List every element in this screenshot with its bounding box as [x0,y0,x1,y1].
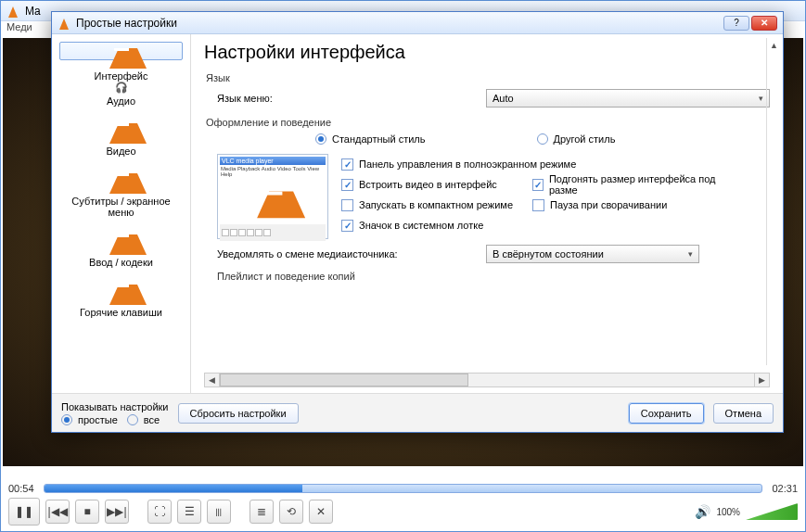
category-label: Горячие клавиши [80,307,162,318]
settings-panel: Настройки интерфейса Язык Язык меню: Aut… [191,34,783,393]
reset-button[interactable]: Сбросить настройки [178,403,299,424]
prev-button[interactable]: |◀◀ [45,500,70,524]
scroll-up-icon[interactable]: ▲ [767,38,781,53]
save-button[interactable]: Сохранить [629,403,704,424]
category-label: Ввод / кодеки [89,257,153,268]
volume-percent: 100% [716,507,740,517]
category-hotkeys[interactable]: Горячие клавиши [59,273,183,322]
category-list: Интерфейс 🎧 Аудио Видео Субтитры / экран… [52,34,191,393]
speaker-icon[interactable]: 🔊 [695,504,710,519]
loop-button[interactable]: ⟲ [279,500,303,524]
chk-embed-video[interactable]: Встроить видео в интерфейс [341,174,527,195]
dialog-titlebar: Простые настройки ? ✕ [52,12,783,34]
style-preview: VLC media player Media Playback Audio Vi… [217,154,328,239]
chk-compact-mode[interactable]: Запускать в компактном режиме [341,195,527,215]
vertical-scrollbar[interactable]: ▲ [766,38,781,365]
chk-fullscreen-controller[interactable]: Панель управления в полноэкранном режиме [341,154,727,174]
radio-simple[interactable]: простые [61,414,118,425]
seek-slider[interactable] [44,484,763,493]
lang-label: Язык меню: [217,93,477,104]
category-label: Видео [106,146,135,157]
category-video[interactable]: Видео [59,112,183,160]
time-total: 02:31 [772,483,798,494]
show-settings-label: Показывать настройки [61,401,169,412]
category-label: Субтитры / экранное меню [62,196,180,218]
notify-select[interactable]: В свёрнутом состоянии [486,245,699,263]
main-title-text: Ma [25,5,41,18]
section-look: Оформление и поведение [206,117,770,128]
scroll-thumb[interactable] [220,374,468,386]
player-controls: ❚❚ |◀◀ ■ ▶▶| ⛶ ☰ ⫼ ≣ ⟲ ✕ 🔊 100% [8,498,798,526]
category-interface[interactable]: Интерфейс [59,42,183,60]
category-label: Аудио [107,95,135,107]
next-button[interactable]: ▶▶| [105,500,129,524]
dialog-footer: Показывать настройки простые все Сбросит… [52,393,783,432]
lang-select[interactable]: Auto [486,89,770,108]
time-current: 00:54 [8,483,34,494]
volume-slider[interactable] [746,503,798,520]
preferences-dialog: Простые настройки ? ✕ Интерфейс 🎧 Аудио … [51,11,784,433]
dialog-title: Простые настройки [76,17,177,30]
help-button[interactable]: ? [723,16,749,31]
headphones-icon: 🎧 [108,66,135,94]
radio-other-style[interactable]: Другой стиль [537,133,616,145]
cone-icon [109,279,134,305]
notify-label: Уведомлять о смене медиаисточника: [217,248,477,260]
radio-standard-style[interactable]: Стандартный стиль [315,133,426,145]
cone-icon [109,168,134,194]
cone-icon [109,43,134,69]
chk-resize-interface[interactable]: Подгонять размер интерфейса под разме [532,174,727,195]
category-subtitles[interactable]: Субтитры / экранное меню [59,162,183,222]
section-playlist: Плейлист и поведение копий [217,271,770,282]
radio-all[interactable]: все [127,414,160,425]
equalizer-button[interactable]: ⫼ [207,500,231,524]
stop-button[interactable]: ■ [75,500,99,524]
fullscreen-button[interactable]: ⛶ [147,500,172,524]
category-input[interactable]: Ввод / кодеки [59,223,183,272]
horizontal-scrollbar[interactable]: ◀ ▶ [204,373,770,387]
close-button[interactable]: ✕ [751,16,777,31]
section-language: Язык [206,72,770,83]
playlist-button[interactable]: ≣ [249,500,274,524]
settings-heading: Настройки интерфейса [204,42,770,63]
chk-pause-minimize[interactable]: Пауза при сворачивании [532,195,727,215]
scroll-left-icon[interactable]: ◀ [205,374,220,386]
vlc-logo-icon [58,17,70,30]
scroll-right-icon[interactable]: ▶ [754,374,769,386]
cancel-button[interactable]: Отмена [713,403,774,424]
ext-settings-button[interactable]: ☰ [177,500,201,524]
timeline-row: 00:54 02:31 [8,483,798,494]
cone-icon [109,229,134,255]
shuffle-button[interactable]: ✕ [309,500,333,524]
vlc-logo-icon [6,5,19,18]
chk-systray-icon[interactable]: Значок в системном лотке [341,215,727,235]
category-audio[interactable]: 🎧 Аудио [59,62,183,110]
cone-icon [109,118,134,144]
play-pause-button[interactable]: ❚❚ [8,498,40,526]
